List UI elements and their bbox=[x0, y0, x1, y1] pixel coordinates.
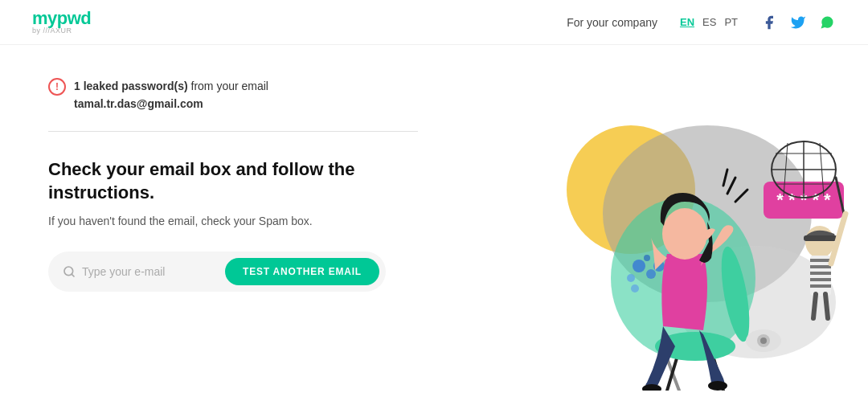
svg-rect-41 bbox=[810, 284, 831, 288]
instructions-subtext: If you haven't found the email, check yo… bbox=[48, 215, 418, 227]
svg-point-19 bbox=[708, 381, 727, 391]
logo: mypwd by ///AXUR bbox=[32, 10, 91, 35]
lang-es[interactable]: ES bbox=[702, 16, 716, 28]
svg-rect-39 bbox=[810, 272, 831, 275]
svg-point-6 bbox=[633, 260, 645, 272]
svg-point-11 bbox=[631, 284, 639, 292]
logo-main: mypwd bbox=[32, 10, 91, 27]
leak-count-rest: from your email bbox=[188, 80, 268, 92]
for-company-link[interactable]: For your company bbox=[567, 16, 657, 29]
svg-point-8 bbox=[627, 274, 635, 282]
facebook-icon[interactable] bbox=[760, 14, 778, 31]
svg-point-20 bbox=[662, 208, 707, 260]
svg-line-1 bbox=[72, 274, 74, 276]
header: mypwd by ///AXUR For your company EN ES … bbox=[0, 0, 868, 45]
svg-point-47 bbox=[760, 338, 767, 344]
warning-icon: ! bbox=[48, 78, 66, 96]
svg-rect-40 bbox=[810, 278, 831, 281]
leak-count-bold: 1 leaked password(s) bbox=[74, 80, 188, 92]
whatsapp-icon[interactable] bbox=[818, 14, 836, 31]
svg-point-9 bbox=[644, 255, 650, 261]
svg-rect-35 bbox=[804, 235, 837, 241]
right-illustration: * * * * * bbox=[498, 45, 868, 405]
leak-text: 1 leaked password(s) from your email tam… bbox=[74, 77, 268, 113]
svg-point-7 bbox=[646, 269, 656, 279]
instructions-heading: Check your email box and follow the inst… bbox=[48, 158, 386, 205]
twitter-icon[interactable] bbox=[789, 14, 807, 31]
test-another-email-button[interactable]: TEST ANOTHER EMAIL bbox=[225, 258, 379, 285]
leak-notice: ! 1 leaked password(s) from your email t… bbox=[48, 77, 418, 132]
svg-line-43 bbox=[813, 294, 816, 318]
svg-rect-37 bbox=[810, 259, 831, 262]
left-panel: ! 1 leaked password(s) from your email t… bbox=[0, 45, 466, 405]
svg-line-44 bbox=[825, 294, 828, 318]
header-right: For your company EN ES PT bbox=[567, 14, 836, 31]
email-input[interactable] bbox=[82, 265, 225, 278]
lang-pt[interactable]: PT bbox=[724, 16, 738, 28]
svg-point-18 bbox=[642, 384, 661, 391]
lang-switcher: EN ES PT bbox=[680, 16, 738, 28]
svg-rect-38 bbox=[810, 265, 831, 268]
email-form: TEST ANOTHER EMAIL bbox=[48, 252, 386, 292]
logo-sub: by ///AXUR bbox=[32, 27, 91, 35]
social-icons bbox=[760, 14, 836, 31]
warning-symbol: ! bbox=[55, 82, 59, 92]
lang-en[interactable]: EN bbox=[680, 16, 694, 28]
main-content: ! 1 leaked password(s) from your email t… bbox=[0, 45, 868, 405]
search-icon bbox=[63, 265, 76, 278]
leak-email: tamal.tr.das@gmail.com bbox=[74, 95, 268, 112]
